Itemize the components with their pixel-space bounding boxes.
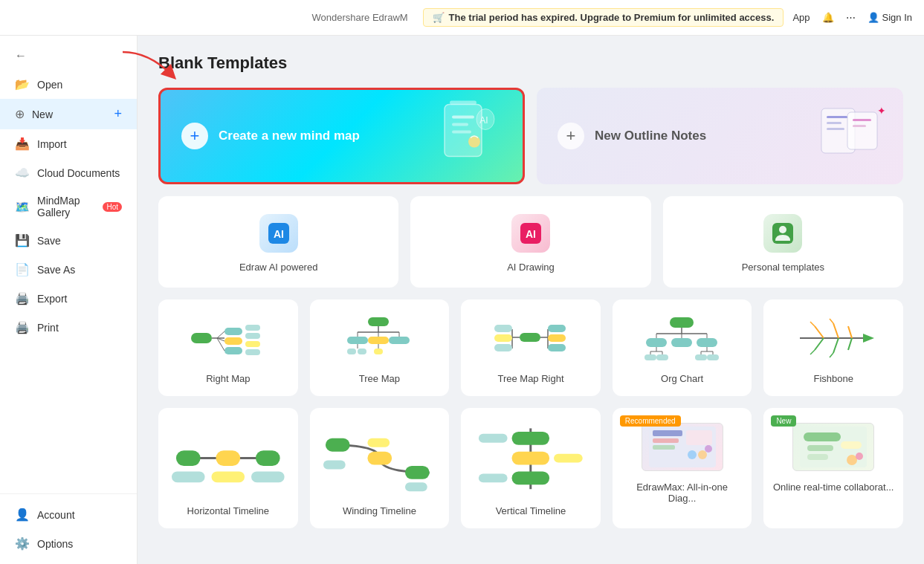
sidebar-item-gallery[interactable]: 🗺️ MindMap Gallery Hot [0, 187, 137, 226]
svg-rect-1 [450, 101, 476, 105]
svg-rect-107 [512, 452, 550, 465]
back-icon: ← [15, 49, 27, 62]
svg-rect-34 [368, 317, 389, 326]
template-tree-map-right[interactable]: Tree Map Right [461, 299, 601, 396]
svg-rect-25 [224, 337, 242, 345]
svg-text:AI: AI [526, 228, 536, 240]
tree-map-right-preview [490, 314, 572, 363]
svg-rect-66 [671, 338, 692, 347]
sidebar-item-open[interactable]: 📂 Open [0, 70, 137, 99]
svg-rect-113 [653, 430, 682, 436]
create-mind-map-card[interactable]: + Create a new mind map AI [158, 88, 525, 184]
svg-rect-78 [695, 354, 707, 360]
horizontal-timeline-label: Horizontal Timeline [187, 505, 270, 516]
vertical-timeline-preview [470, 423, 592, 495]
sidebar-item-export[interactable]: 🖨️ Export [0, 284, 137, 313]
notification-button[interactable]: 🔔 [822, 12, 834, 23]
account-icon: 👤 [15, 508, 30, 522]
template-tree-map[interactable]: Tree Map [310, 299, 450, 396]
template-fishbone[interactable]: Fishbone [763, 299, 903, 396]
template-winding-timeline[interactable]: Winding Timeline [310, 408, 450, 528]
winding-timeline-preview [319, 423, 441, 495]
svg-rect-13 [853, 119, 871, 121]
drawing-feature-icon: AI [511, 214, 550, 253]
template-vertical-timeline[interactable]: Vertical Timeline [461, 408, 601, 528]
template-org-chart[interactable]: Org Chart [613, 299, 752, 396]
svg-rect-41 [368, 337, 389, 344]
sidebar-item-new[interactable]: ⊕ New + [0, 99, 137, 129]
svg-line-82 [815, 326, 824, 338]
template-collab[interactable]: New Online real-time collaborat... [763, 408, 903, 528]
svg-rect-4 [452, 131, 471, 134]
template-edrawmax[interactable]: Recommended EdrawMax: All-in-one Diag... [613, 408, 752, 528]
svg-point-118 [698, 450, 707, 459]
svg-rect-22 [191, 333, 212, 343]
sidebar-item-account[interactable]: 👤 Account [0, 500, 137, 529]
svg-rect-100 [367, 452, 392, 465]
svg-rect-10 [827, 122, 841, 124]
sidebar-item-save[interactable]: 💾 Save [0, 226, 137, 255]
svg-point-125 [847, 455, 857, 465]
svg-rect-24 [224, 328, 242, 335]
topbar-actions: App 🔔 ⋯ 👤 Sign In [792, 12, 912, 23]
trial-banner[interactable]: 🛒 The trial period has expired. Upgrade … [423, 8, 784, 27]
svg-line-87 [848, 338, 852, 350]
org-chart-label: Org Chart [661, 373, 703, 384]
svg-rect-115 [653, 445, 675, 450]
topbar: Wondershare EdrawM 🛒 The trial period ha… [0, 0, 924, 36]
print-icon: 🖨️ [15, 320, 30, 334]
svg-line-27 [217, 331, 224, 338]
cart-icon: 🛒 [433, 12, 445, 23]
feature-card-drawing[interactable]: AI AI Drawing [410, 196, 650, 288]
template-right-map[interactable]: Right Map [158, 299, 298, 396]
svg-rect-48 [520, 333, 540, 342]
feature-card-personal[interactable]: Personal templates [663, 196, 903, 288]
svg-point-119 [705, 445, 712, 453]
svg-rect-111 [479, 473, 508, 482]
svg-line-85 [815, 338, 824, 350]
outline-card-label: New Outline Notes [595, 129, 706, 143]
svg-rect-102 [323, 461, 346, 470]
feature-cards: AI Edraw AI powered AI AI Drawing [158, 196, 903, 288]
sidebar-item-print[interactable]: 🖨️ Print [0, 313, 137, 342]
outline-notes-card[interactable]: + New Outline Notes ✦ [537, 88, 903, 184]
sidebar-item-options[interactable]: ⚙️ Options [0, 529, 137, 558]
svg-rect-47 [374, 349, 383, 354]
svg-rect-59 [670, 317, 694, 328]
sidebar-back[interactable]: ← [0, 42, 137, 70]
feature-card-ai[interactable]: AI Edraw AI powered [158, 196, 398, 288]
main-content: Blank Templates + Create a new mind map [138, 36, 924, 564]
svg-rect-32 [245, 341, 260, 347]
more-button[interactable]: ⋯ [846, 12, 856, 23]
svg-rect-52 [548, 334, 566, 342]
svg-rect-103 [367, 438, 390, 447]
svg-point-21 [779, 226, 786, 233]
svg-rect-56 [494, 325, 512, 332]
user-icon: 👤 [868, 12, 879, 23]
svg-rect-45 [347, 349, 356, 354]
sidebar-item-saveas[interactable]: 📄 Save As [0, 255, 137, 284]
svg-rect-108 [512, 471, 550, 484]
svg-line-91 [830, 353, 833, 357]
personal-feature-icon [763, 214, 802, 253]
svg-rect-122 [807, 445, 833, 451]
horizontal-timeline-preview [167, 423, 289, 495]
app-button[interactable]: App [792, 12, 810, 23]
new-badge: New [771, 415, 796, 427]
collab-label: Online real-time collaborat... [773, 482, 894, 493]
template-horizontal-timeline[interactable]: Horizontal Timeline [158, 408, 298, 528]
sign-in-button[interactable]: 👤 Sign In [868, 12, 912, 23]
brand-name: Wondershare EdrawM [312, 12, 408, 23]
svg-rect-93 [176, 450, 201, 466]
svg-rect-72 [644, 354, 656, 360]
tree-map-label: Tree Map [359, 373, 400, 384]
svg-rect-53 [548, 344, 566, 351]
svg-line-84 [848, 326, 852, 338]
svg-rect-96 [172, 471, 205, 482]
sidebar-item-import[interactable]: 📥 Import [0, 129, 137, 158]
svg-rect-73 [656, 354, 668, 360]
svg-rect-33 [245, 349, 260, 355]
sidebar-item-cloud[interactable]: ☁️ Cloud Documents [0, 158, 137, 187]
create-illustration: AI [419, 94, 508, 179]
svg-marker-81 [863, 334, 874, 343]
